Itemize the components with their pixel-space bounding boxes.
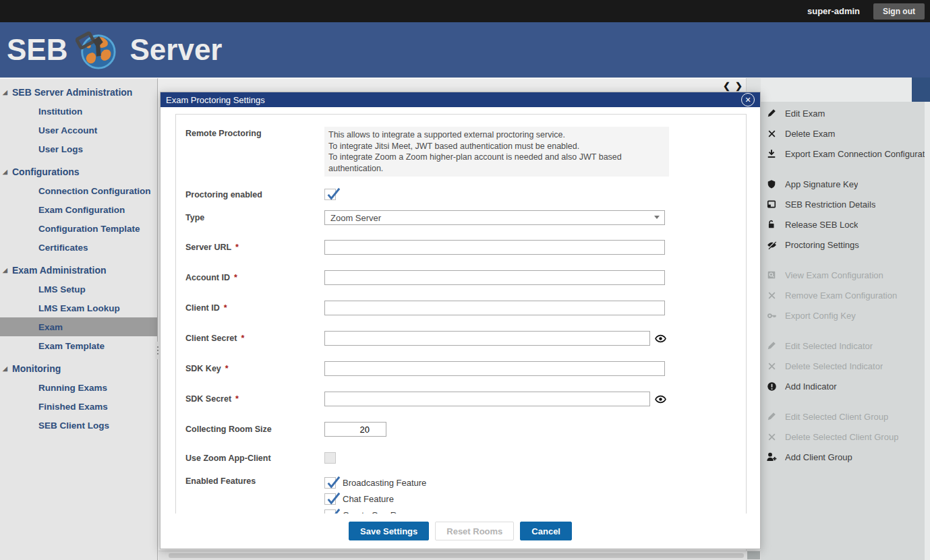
action-proctoring-settings[interactable]: Proctoring Settings [761, 235, 925, 255]
proctoring-enabled-label: Proctoring enabled [185, 190, 324, 199]
client-secret-label: Client Secret* [185, 334, 324, 343]
required-marker: * [241, 334, 244, 343]
sidebar-item-institution[interactable]: Institution [0, 102, 157, 121]
sidebar-item-seb-server-administration[interactable]: ◢SEB Server Administration [0, 83, 157, 102]
sidebar-item-label: User Account [38, 125, 97, 135]
content-nav-arrows[interactable]: ❮❯ [723, 81, 747, 91]
sidebar-item-connection-configuration[interactable]: Connection Configuration [0, 181, 157, 200]
broadcasting-feature-checkbox[interactable] [324, 477, 336, 489]
sidebar-item-certificates[interactable]: Certificates [0, 238, 157, 257]
sidebar-item-label: Institution [38, 106, 82, 117]
card-icon [766, 199, 777, 210]
action-view-exam-configuration: View Exam Configuration [761, 265, 925, 285]
action-app-signature-key[interactable]: App Signature Key [761, 174, 925, 194]
sidebar-item-configuration-template[interactable]: Configuration Template [0, 219, 157, 238]
pencil-icon [766, 340, 777, 351]
type-select[interactable]: Zoom Server [324, 210, 665, 225]
required-marker: * [224, 303, 227, 313]
collecting-room-size-row: Collecting Room Size [185, 422, 736, 437]
sidebar-item-seb-client-logs[interactable]: SEB Client Logs [0, 416, 157, 435]
collecting-room-size-input[interactable] [324, 422, 386, 437]
enabled-features-row: Enabled Features Broadcasting FeatureCha… [185, 474, 736, 514]
sidebar-item-label: Configuration Template [38, 224, 140, 234]
required-marker: * [234, 273, 237, 282]
info-line: To integrate Zoom a Zoom higher-plan acc… [328, 152, 665, 174]
client-secret-input[interactable] [324, 331, 650, 346]
action-edit-exam[interactable]: Edit Exam [761, 103, 925, 123]
sdk-key-input[interactable] [324, 361, 665, 376]
use-zoom-app-client-row: Use Zoom App-Client [185, 452, 736, 464]
action-group: App Signature KeySEB Restriction Details… [761, 174, 925, 255]
horizontal-scrollbar[interactable] [158, 551, 761, 560]
tree-expanded-icon[interactable]: ◢ [3, 267, 12, 274]
download-icon [766, 148, 777, 159]
action-seb-restriction-details[interactable]: SEB Restriction Details [761, 194, 925, 214]
action-edit-selected-client-group: Edit Selected Client Group [761, 406, 925, 427]
account-id-input[interactable] [324, 270, 665, 285]
action-export-exam-connection-configuration[interactable]: Export Exam Connection Configuration [761, 144, 925, 164]
top-bar: super-admin Sign out [0, 0, 930, 22]
type-label: Type [185, 213, 324, 222]
sidebar-item-exam[interactable]: Exam [0, 317, 157, 336]
scrollbar-corner[interactable] [747, 551, 760, 559]
tree-expanded-icon[interactable]: ◢ [3, 168, 12, 175]
eye-off-icon [766, 239, 777, 250]
reset-rooms-button[interactable]: Reset Rooms [435, 522, 514, 540]
sidebar-item-exam-configuration[interactable]: Exam Configuration [0, 200, 157, 219]
tree-expanded-icon[interactable]: ◢ [3, 365, 12, 372]
client-id-label: Client ID* [185, 303, 324, 313]
sidebar-item-monitoring[interactable]: ◢Monitoring [0, 359, 157, 378]
sign-out-button[interactable]: Sign out [873, 3, 925, 20]
shield-icon [766, 179, 777, 189]
client-id-input[interactable] [324, 301, 665, 315]
sidebar-item-label: LMS Exam Lookup [38, 303, 120, 313]
use-zoom-app-client-checkbox[interactable] [324, 452, 336, 464]
horizontal-scrollbar-thumb[interactable] [169, 553, 744, 558]
eye-icon[interactable] [655, 333, 666, 344]
type-row: Type Zoom Server [185, 210, 736, 225]
feature-option: Broadcasting Feature [324, 474, 426, 491]
type-select-value: Zoom Server [330, 213, 381, 223]
pencil-icon [766, 108, 777, 119]
sidebar-item-lms-exam-lookup[interactable]: LMS Exam Lookup [0, 299, 157, 317]
account-id-label: Account ID* [185, 273, 324, 282]
sidebar-item-label: Exam [38, 322, 63, 332]
sdk-secret-input[interactable] [324, 392, 650, 406]
proctoring-enabled-checkbox[interactable] [324, 189, 336, 200]
sidebar-item-user-logs[interactable]: User Logs [0, 139, 157, 158]
chevron-left-icon[interactable]: ❮ [723, 81, 735, 91]
app-root: super-admin Sign out SEB Server ◢SEB Ser… [0, 0, 930, 560]
pencil-icon [766, 411, 777, 422]
sidebar-item-label: Exam Administration [12, 265, 107, 276]
cancel-button[interactable]: Cancel [520, 522, 572, 540]
main-navigation-sidebar: ◢SEB Server AdministrationInstitutionUse… [0, 78, 158, 560]
delete-x-icon [766, 128, 777, 139]
sidebar-item-running-exams[interactable]: Running Exams [0, 378, 157, 397]
exam-proctoring-settings-dialog: Exam Proctoring Settings ✕ Remote Procto… [160, 92, 761, 549]
server-url-input[interactable] [324, 240, 665, 255]
banner-corner-block [912, 77, 930, 102]
action-add-indicator[interactable]: Add Indicator [761, 376, 925, 396]
action-label: Delete Exam [785, 129, 835, 139]
sidebar-item-exam-template[interactable]: Exam Template [0, 336, 157, 355]
server-url-row: Server URL* [185, 240, 736, 255]
sidebar-item-configurations[interactable]: ◢Configurations [0, 162, 157, 181]
save-settings-button[interactable]: Save Settings [349, 522, 429, 540]
feature-label: Chat Feature [343, 494, 394, 504]
close-icon[interactable]: ✕ [741, 93, 755, 106]
sidebar-item-user-account[interactable]: User Account [0, 121, 157, 139]
tree-expanded-icon[interactable]: ◢ [3, 89, 12, 96]
sdk-key-row: SDK Key* [185, 361, 736, 376]
sidebar-item-finished-exams[interactable]: Finished Exams [0, 397, 157, 416]
feature-option: Chat Feature [324, 491, 426, 507]
eye-icon[interactable] [655, 394, 666, 405]
client-secret-row: Client Secret* [185, 331, 736, 346]
alert-circle-icon [766, 381, 777, 392]
chat-feature-checkbox[interactable] [324, 493, 336, 505]
action-release-seb-lock[interactable]: Release SEB Lock [761, 214, 925, 235]
action-add-client-group[interactable]: Add Client Group [761, 447, 925, 467]
sidebar-item-exam-administration[interactable]: ◢Exam Administration [0, 261, 157, 280]
sidebar-item-label: Exam Configuration [38, 205, 125, 215]
action-delete-exam[interactable]: Delete Exam [761, 123, 925, 144]
sidebar-item-lms-setup[interactable]: LMS Setup [0, 280, 157, 299]
